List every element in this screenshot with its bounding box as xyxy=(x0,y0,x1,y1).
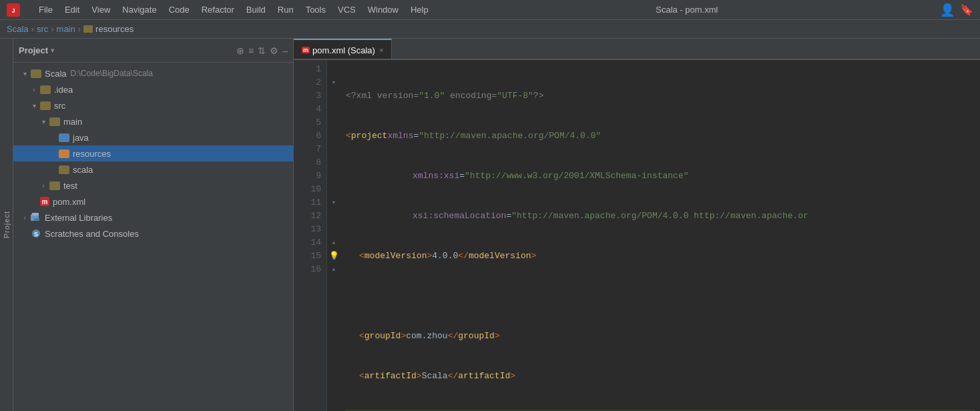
tree-item-pomxml[interactable]: m pom.xml xyxy=(13,193,293,210)
tree-label-scala-src: scala xyxy=(73,165,93,175)
menu-run[interactable]: Run xyxy=(272,3,299,17)
tree-item-scala[interactable]: scala xyxy=(13,161,293,177)
gutter-fold-2[interactable]: ▾ xyxy=(327,76,340,89)
tab-bar: m pom.xml (Scala) × xyxy=(294,39,980,60)
code-line-6 xyxy=(346,290,975,303)
add-icon[interactable]: ⊕ xyxy=(236,45,244,56)
gutter-6 xyxy=(327,129,340,143)
chevron-main[interactable]: ▾ xyxy=(39,118,48,125)
sort-icon[interactable]: ⇅ xyxy=(258,45,266,56)
folder-icon-test xyxy=(49,181,60,190)
tree-item-src[interactable]: ▾ src xyxy=(13,97,293,113)
folder-icon-resources xyxy=(59,149,69,158)
editor-tab-pomxml[interactable]: m pom.xml (Scala) × xyxy=(294,39,392,59)
tree-item-scala-root[interactable]: ▾ Scala D:\Code\BigData\Scala xyxy=(13,65,293,81)
tree-label-scratches: Scratches and Consoles xyxy=(45,229,139,239)
chevron-test[interactable]: › xyxy=(39,182,48,189)
tree-label-test: test xyxy=(63,181,77,191)
breadcrumb-resources[interactable]: resources xyxy=(83,24,134,34)
menu-tools[interactable]: Tools xyxy=(300,3,331,17)
line-num-9: 9 xyxy=(294,169,321,183)
svg-text:J: J xyxy=(11,7,15,14)
code-line-4: xsi:schemaLocation="http://maven.apache.… xyxy=(346,210,975,223)
code-content[interactable]: <?xml version="1.0" encoding="UTF-8"?> <… xyxy=(340,60,980,411)
window-title: Scala - pom.xml xyxy=(656,5,718,15)
project-tab-label: Project xyxy=(3,211,11,238)
tree-item-resources[interactable]: resources xyxy=(13,145,293,161)
folder-icon-src xyxy=(40,101,51,110)
menu-refactor[interactable]: Refactor xyxy=(196,3,240,17)
tree-label-extlibs: External Libraries xyxy=(45,213,112,223)
gutter-13 xyxy=(327,223,340,236)
project-tree[interactable]: ▾ Scala D:\Code\BigData\Scala › .idea ▾ … xyxy=(13,63,293,411)
chevron-idea[interactable]: › xyxy=(29,86,39,93)
breadcrumb-src[interactable]: src xyxy=(37,24,48,34)
breadcrumb-scala[interactable]: Scala xyxy=(7,24,29,34)
tree-label-pomxml: pom.xml xyxy=(53,197,85,207)
close-sidebar-icon[interactable]: – xyxy=(282,45,288,56)
chevron-extlibs[interactable]: › xyxy=(20,214,29,222)
line-num-6: 6 xyxy=(294,129,321,143)
code-editor[interactable]: 1 2 3 4 5 6 7 8 9 10 11 12 13 14 15 16 ▾ xyxy=(294,60,980,411)
menu-build[interactable]: Build xyxy=(241,3,271,17)
line-num-13: 13 xyxy=(294,223,321,236)
svg-rect-4 xyxy=(34,218,39,221)
bookmark-icon[interactable]: 🔖 xyxy=(960,3,973,16)
menu-window[interactable]: Window xyxy=(362,3,404,17)
extlibs-icon xyxy=(31,213,41,222)
tree-item-idea[interactable]: › .idea xyxy=(13,81,293,97)
tree-item-test[interactable]: › test xyxy=(13,177,293,193)
svg-text:S: S xyxy=(34,231,38,238)
tree-item-java[interactable]: java xyxy=(13,129,293,145)
gutter-fold-close-14[interactable]: ▴ xyxy=(327,236,340,250)
menu-navigate[interactable]: Navigate xyxy=(117,3,162,17)
project-panel-title: Project ▾ xyxy=(19,45,54,55)
menu-file[interactable]: File xyxy=(33,3,58,17)
breadcrumb-sep-3: › xyxy=(78,24,81,34)
tree-label-main: main xyxy=(63,117,82,127)
tree-item-main[interactable]: ▾ main xyxy=(13,113,293,129)
chevron-src[interactable]: ▾ xyxy=(29,102,39,109)
user-icon[interactable]: 👤 xyxy=(940,3,955,17)
scratches-icon: S xyxy=(31,229,41,238)
breadcrumb-sep-1: › xyxy=(31,24,34,34)
menu-help[interactable]: Help xyxy=(405,3,434,17)
project-sidebar-tab[interactable]: Project xyxy=(0,39,13,411)
tree-item-scratches[interactable]: S Scratches and Consoles xyxy=(13,226,293,242)
line-num-14: 14 xyxy=(294,236,321,250)
menu-view[interactable]: View xyxy=(86,3,115,17)
code-line-3: xmlns:xsi="http://www.w3.org/2001/XMLSch… xyxy=(346,169,975,183)
menu-vcs[interactable]: VCS xyxy=(332,3,361,17)
gutter-15-bulb[interactable]: 💡 xyxy=(327,250,340,263)
gutter-fold-11[interactable]: ▾ xyxy=(327,196,340,210)
svg-rect-3 xyxy=(32,213,39,216)
title-bar: J File Edit View Navigate Code Refactor … xyxy=(0,0,980,20)
tree-label-java: java xyxy=(73,133,89,143)
code-line-7: <groupId>com.zhou</groupId> xyxy=(346,330,975,343)
breadcrumb: Scala › src › main › resources xyxy=(0,20,980,39)
collapse-all-icon[interactable]: ≡ xyxy=(248,45,254,56)
menu-code[interactable]: Code xyxy=(164,3,195,17)
gutter-fold-close-16[interactable]: ▴ xyxy=(327,263,340,276)
settings-icon[interactable]: ⚙ xyxy=(270,45,278,56)
line-num-7: 7 xyxy=(294,143,321,156)
tree-label-scala-path: D:\Code\BigData\Scala xyxy=(71,69,153,78)
line-num-16: 16 xyxy=(294,263,321,276)
panel-header: Project ▾ ⊕ ≡ ⇅ ⚙ – xyxy=(13,39,293,63)
panel-dropdown-arrow[interactable]: ▾ xyxy=(51,47,54,54)
gutter-7 xyxy=(327,143,340,156)
line-num-4: 4 xyxy=(294,103,321,116)
breadcrumb-main[interactable]: main xyxy=(57,24,75,34)
gutter-1 xyxy=(327,63,340,76)
menu-edit[interactable]: Edit xyxy=(59,3,85,17)
line-num-2: 2 xyxy=(294,76,321,89)
tree-item-extlibs[interactable]: › External Libraries xyxy=(13,210,293,226)
tree-label-resources: resources xyxy=(73,149,111,159)
tree-label-idea: .idea xyxy=(54,85,73,95)
chevron-scala[interactable]: ▾ xyxy=(20,70,29,77)
tab-label: pom.xml (Scala) xyxy=(312,45,375,55)
panel-toolbar: ⊕ ≡ ⇅ ⚙ – xyxy=(236,45,288,56)
folder-icon-scala xyxy=(31,69,41,78)
gutter-10 xyxy=(327,183,340,196)
tab-close-button[interactable]: × xyxy=(379,46,383,54)
